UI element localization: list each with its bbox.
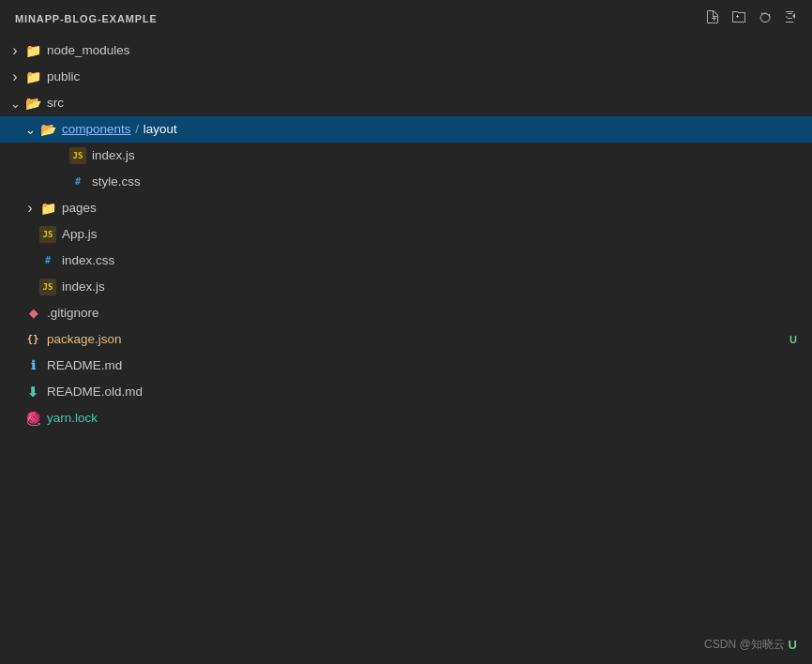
chevron-right-icon bbox=[8, 43, 23, 58]
chevron-right-icon bbox=[23, 201, 38, 216]
chevron-placeholder bbox=[53, 148, 68, 163]
status-badge: U bbox=[786, 329, 801, 350]
download-icon: ⬇ bbox=[24, 384, 41, 400]
tree-item-node-modules[interactable]: 📁 node_modules bbox=[0, 38, 812, 64]
new-file-icon[interactable] bbox=[703, 8, 722, 30]
item-label: public bbox=[47, 67, 812, 87]
item-label: pages bbox=[62, 198, 812, 219]
header-icons bbox=[703, 8, 801, 30]
item-label: yarn.lock bbox=[47, 408, 812, 429]
folder-icon: 📂 bbox=[24, 95, 41, 112]
new-folder-icon[interactable] bbox=[729, 8, 748, 30]
js-icon: JS bbox=[39, 226, 56, 243]
chevron-placeholder bbox=[53, 174, 68, 189]
refresh-icon[interactable] bbox=[756, 8, 774, 30]
item-label: index.js bbox=[92, 145, 812, 166]
yarn-icon: 🧶 bbox=[24, 410, 41, 427]
chevron-placeholder bbox=[23, 279, 38, 294]
info-icon: ℹ bbox=[24, 357, 41, 374]
components-link-text: components bbox=[62, 122, 131, 136]
path-separator: / bbox=[132, 122, 143, 136]
tree-item-public[interactable]: 📁 public bbox=[0, 64, 812, 90]
file-tree: 📁 node_modules 📁 public 📂 src 📂 componen… bbox=[0, 38, 812, 664]
explorer-header: MINAPP-BLOG-EXAMPLE bbox=[0, 0, 812, 38]
folder-icon: 📁 bbox=[24, 68, 41, 85]
chevron-placeholder bbox=[23, 227, 38, 242]
json-icon: {} bbox=[24, 331, 41, 348]
folder-icon: 📁 bbox=[39, 200, 56, 217]
tree-item-yarn-lock[interactable]: 🧶 yarn.lock bbox=[0, 405, 812, 431]
item-label: components / layout bbox=[62, 119, 812, 140]
js-icon: JS bbox=[69, 147, 86, 164]
watermark: CSDN @知晓云 U bbox=[704, 637, 797, 653]
item-label: index.js bbox=[62, 277, 812, 297]
tree-item-style-css[interactable]: # style.css bbox=[0, 169, 812, 195]
item-label: node_modules bbox=[47, 40, 812, 61]
js-icon: JS bbox=[39, 279, 56, 295]
git-icon: ◆ bbox=[24, 305, 41, 322]
tree-item-index-js[interactable]: JS index.js bbox=[0, 274, 812, 300]
css-icon: # bbox=[69, 174, 86, 190]
tree-item-readme-old-md[interactable]: ⬇ README.old.md bbox=[0, 379, 812, 405]
item-label: README.old.md bbox=[47, 382, 812, 402]
explorer-title: MINAPP-BLOG-EXAMPLE bbox=[15, 13, 158, 24]
item-label: .gitignore bbox=[47, 303, 812, 324]
item-label: README.md bbox=[47, 355, 812, 376]
item-label: package.json bbox=[47, 329, 786, 350]
tree-item-index-js-inner[interactable]: JS index.js bbox=[0, 143, 812, 169]
item-label: src bbox=[47, 93, 812, 113]
explorer-container: MINAPP-BLOG-EXAMPLE bbox=[0, 0, 812, 664]
item-label: style.css bbox=[92, 172, 812, 192]
chevron-placeholder bbox=[8, 411, 23, 426]
tree-item-pages[interactable]: 📁 pages bbox=[0, 195, 812, 221]
chevron-right-icon bbox=[8, 69, 23, 84]
item-label: App.js bbox=[62, 224, 812, 245]
collapse-icon[interactable] bbox=[782, 8, 801, 30]
tree-item-src[interactable]: 📂 src bbox=[0, 90, 812, 116]
tree-item-components-layout[interactable]: 📂 components / layout bbox=[0, 116, 812, 143]
css-icon: # bbox=[39, 252, 56, 269]
tree-item-index-css[interactable]: # index.css bbox=[0, 248, 812, 274]
chevron-placeholder bbox=[8, 385, 23, 400]
layout-text: layout bbox=[143, 122, 177, 136]
watermark-badge: U bbox=[789, 638, 797, 652]
chevron-placeholder bbox=[8, 332, 23, 347]
tree-item-app-js[interactable]: JS App.js bbox=[0, 221, 812, 248]
chevron-placeholder bbox=[8, 358, 23, 373]
chevron-placeholder bbox=[8, 306, 23, 321]
tree-item-readme-md[interactable]: ℹ README.md bbox=[0, 353, 812, 379]
chevron-down-icon bbox=[23, 122, 38, 137]
tree-item-gitignore[interactable]: ◆ .gitignore bbox=[0, 300, 812, 326]
folder-icon: 📂 bbox=[39, 121, 56, 138]
tree-item-package-json[interactable]: {} package.json U bbox=[0, 326, 812, 353]
watermark-text: CSDN @知晓云 bbox=[704, 637, 785, 653]
chevron-down-icon bbox=[8, 96, 23, 111]
folder-icon: 📁 bbox=[24, 42, 41, 59]
item-label: index.css bbox=[62, 250, 812, 271]
chevron-placeholder bbox=[23, 253, 38, 268]
